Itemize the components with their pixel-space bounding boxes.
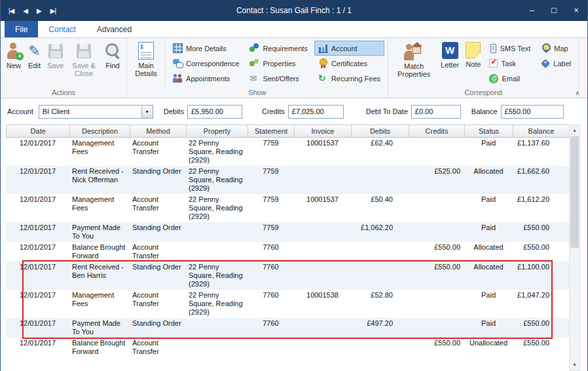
cell-property	[186, 222, 248, 242]
column-header-balance[interactable]: Balance	[513, 125, 570, 137]
more-details-grid-icon	[173, 43, 183, 53]
table-row[interactable]: 12/01/2017Rent Received - Nick OffermanS…	[6, 166, 569, 194]
balance-label: Balance	[471, 107, 498, 115]
cell-date: 12/01/2017	[6, 242, 69, 262]
table-row[interactable]: 12/01/2017Payment Made To YouStanding Or…	[6, 222, 569, 242]
first-record-button[interactable]: |◀	[9, 7, 14, 14]
maximize-button[interactable]: □	[543, 0, 565, 21]
show-item-more-details[interactable]: More Details	[169, 41, 243, 56]
table-header: Date Description Method Property Stateme…	[6, 125, 569, 138]
transactions-body: 12/01/2017Management FeesAccount Transfe…	[6, 138, 569, 371]
collapse-ribbon-button[interactable]: ∧	[571, 89, 583, 97]
main-details-icon	[138, 42, 154, 60]
cell-description: Rent Received - Ben Harris	[69, 262, 130, 290]
cell-method: Standing Order	[130, 318, 186, 338]
new-button[interactable]: + New	[3, 39, 25, 88]
scroll-down-button[interactable]: ▼	[570, 360, 579, 370]
ribbon-tab-row: File Contact Advanced	[1, 21, 587, 38]
show-item-requirements[interactable]: Requirements	[246, 41, 311, 56]
match-properties-button[interactable]: Match Properties	[390, 39, 437, 88]
show-item-account[interactable]: Account	[314, 41, 384, 56]
cell-description: Balance Brought Forward	[69, 242, 130, 262]
table-row[interactable]: 12/01/2017Balance Brought ForwardAccount…	[6, 242, 569, 262]
cell-method: Standing Order	[130, 166, 186, 194]
window-controls: – □ ×	[521, 0, 587, 21]
correspond-item-map[interactable]: Map	[537, 41, 575, 56]
show-item-certificates[interactable]: Certificates	[314, 56, 384, 71]
cell-balance: £550.00	[513, 338, 569, 357]
cell-method: Account Transfer	[130, 290, 186, 318]
show-item-sent-offers[interactable]: ✉ Sent/Offers	[246, 71, 311, 86]
cell-balance: £1,100.00	[513, 262, 569, 290]
table-row[interactable]: 12/01/2017Management FeesAccount Transfe…	[6, 290, 569, 318]
show-item-recurring-fees[interactable]: ↻ Recurring Fees	[314, 71, 384, 86]
cell-date: 12/01/2017	[6, 318, 69, 338]
tab-advanced[interactable]: Advanced	[86, 21, 142, 37]
scroll-up-button[interactable]: ▲	[570, 125, 579, 136]
table-row[interactable]: 12/01/2017Payment Made To YouStanding Or…	[6, 318, 569, 338]
edit-button[interactable]: ✎ Edit	[25, 39, 44, 88]
ribbon: + New ✎ Edit Save Save & Close Find	[1, 38, 587, 98]
app-window: |◀ ◀ ▶ ▶| Contact : Susan Gail Finch : 1…	[0, 0, 588, 371]
column-header-debits[interactable]: Debits	[352, 125, 409, 137]
find-button[interactable]: Find	[101, 39, 124, 88]
debits-field[interactable]	[187, 105, 242, 119]
correspond-item-task[interactable]: ✔ Task	[485, 56, 534, 71]
cell-invoice	[294, 318, 351, 338]
cell-invoice	[294, 166, 351, 194]
save-close-button[interactable]: Save & Close	[67, 39, 101, 88]
column-header-property[interactable]: Property	[187, 125, 248, 137]
at-glyph: @	[489, 74, 498, 83]
show-item-properties[interactable]: Properties	[246, 56, 311, 71]
correspond-item-label-tag[interactable]: Label	[537, 56, 575, 71]
table-row[interactable]: 12/01/2017Balance Brought ForwardAccount…	[6, 338, 569, 357]
cell-credits	[409, 138, 464, 166]
sticky-note-icon	[466, 42, 481, 58]
tab-file[interactable]: File	[5, 21, 38, 37]
next-record-button[interactable]: ▶	[37, 7, 41, 14]
save-button[interactable]: Save	[44, 39, 67, 88]
main-details-button[interactable]: Main Details	[129, 39, 163, 88]
letter-button[interactable]: W Letter	[437, 39, 462, 88]
correspond-item-sms-text[interactable]: SMS Text	[485, 41, 534, 56]
scrollbar-thumb[interactable]	[570, 136, 579, 248]
cell-debits: £1,062.20	[351, 222, 409, 242]
table-row[interactable]: 12/01/2017Management FeesAccount Transfe…	[6, 138, 569, 166]
column-header-invoice[interactable]: Invoice	[295, 125, 352, 137]
save-floppy-icon	[48, 44, 63, 58]
check-glyph: ✔	[490, 58, 496, 66]
close-button[interactable]: ×	[565, 0, 587, 21]
tab-contact[interactable]: Contact	[38, 21, 86, 37]
column-header-statement[interactable]: Statement	[248, 125, 295, 137]
cell-balance: £1,662.60	[513, 166, 569, 194]
cell-debits	[351, 242, 409, 262]
previous-record-button[interactable]: ◀	[23, 7, 28, 14]
table-row[interactable]: 12/01/2017Rent Received - Ben HarrisStan…	[6, 262, 569, 290]
last-record-button[interactable]: ▶|	[50, 7, 56, 14]
show-item-correspondence[interactable]: Correspondence	[169, 56, 243, 71]
dropdown-arrow-icon[interactable]: ▼	[141, 106, 153, 118]
task-check-icon: ✔	[489, 59, 498, 68]
credits-field[interactable]	[288, 105, 344, 119]
column-header-status[interactable]: Status	[465, 125, 513, 137]
correspond-item-email[interactable]: @ Email	[485, 71, 534, 86]
table-row[interactable]: 12/01/2017Management FeesAccount Transfe…	[6, 194, 569, 222]
cell-status: Paid	[464, 194, 513, 222]
cell-status: Unallocated	[464, 338, 513, 357]
correspond-item-label: Task	[501, 60, 516, 68]
vertical-scrollbar[interactable]: ▲ ▼	[569, 125, 580, 371]
debt-to-date-field[interactable]	[411, 105, 461, 119]
show-item-appointments[interactable]: Appointments	[169, 71, 243, 86]
minimize-button[interactable]: –	[521, 0, 543, 21]
balance-field[interactable]	[501, 105, 564, 119]
cell-debits	[351, 166, 409, 194]
note-button[interactable]: Note	[462, 39, 484, 88]
cell-description: Balance Brought Forward	[69, 338, 130, 357]
column-header-description[interactable]: Description	[70, 125, 130, 137]
column-header-credits[interactable]: Credits	[409, 125, 465, 137]
cell-date: 12/01/2017	[6, 222, 69, 242]
column-header-method[interactable]: Method	[130, 125, 187, 137]
save-close-button-label: Save & Close	[70, 62, 98, 77]
account-dropdown[interactable]: BI Client ▼	[39, 105, 153, 119]
column-header-date[interactable]: Date	[7, 125, 70, 137]
